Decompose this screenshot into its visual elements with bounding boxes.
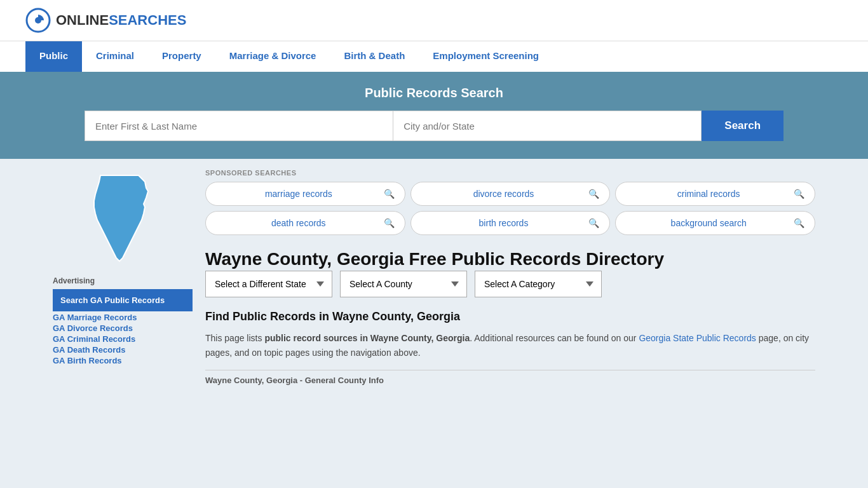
county-dropdown[interactable]: Select A County [340,271,467,297]
find-bold: public record sources in Wayne County, G… [264,333,470,343]
logo-text: ONLINESEARCHES [56,12,186,29]
name-input[interactable] [85,111,393,141]
logo-icon [25,8,51,33]
nav-item-public[interactable]: Public [25,41,82,72]
sponsored-item-background[interactable]: background search 🔍 [615,211,815,235]
search-form: Search [85,111,783,141]
sponsored-item-marriage[interactable]: marriage records 🔍 [205,182,405,206]
search-banner-title: Public Records Search [25,86,843,100]
sponsored-text-birth: birth records [421,218,587,228]
search-icon-criminal: 🔍 [794,189,804,199]
sponsored-text-criminal: criminal records [626,189,791,199]
main-wrapper: Advertising Search GA Public Records GA … [40,159,828,395]
main-nav: Public Criminal Property Marriage & Divo… [0,41,868,72]
sponsored-item-criminal[interactable]: criminal records 🔍 [615,182,815,206]
search-icon-background: 🔍 [794,218,804,228]
search-icon-birth: 🔍 [588,218,599,228]
nav-item-criminal[interactable]: Criminal [82,41,148,72]
search-banner: Public Records Search Search [0,72,868,159]
sponsored-text-background: background search [626,218,791,228]
sidebar-link-birth[interactable]: GA Birth Records [53,356,193,365]
logo-blue: SEARCHES [109,12,186,28]
svg-point-1 [35,17,41,24]
sidebar-link-criminal[interactable]: GA Criminal Records [53,334,193,344]
search-icon-death: 🔍 [384,218,395,228]
find-description: This page lists public record sources in… [205,331,815,360]
state-dropdown[interactable]: Select a Different State [205,271,332,297]
sponsored-text-divorce: divorce records [421,189,587,199]
search-button[interactable]: Search [702,111,783,141]
nav-item-property[interactable]: Property [148,41,215,72]
page-heading: Wayne County, Georgia Free Public Record… [205,248,815,271]
sidebar-link-death[interactable]: GA Death Records [53,345,193,355]
main-content: SPONSORED SEARCHES marriage records 🔍 di… [205,169,815,385]
search-icon-divorce: 🔍 [588,189,599,199]
category-dropdown[interactable]: Select A Category [475,271,602,297]
sponsored-item-birth[interactable]: birth records 🔍 [410,211,611,235]
sponsored-grid: marriage records 🔍 divorce records 🔍 cri… [205,182,815,235]
sponsored-item-death[interactable]: death records 🔍 [205,211,405,235]
sponsored-text-marriage: marriage records [216,189,381,199]
georgia-map-svg [81,169,164,264]
state-map [53,169,193,266]
find-heading: Find Public Records in Wayne County, Geo… [205,310,815,323]
georgia-state-link[interactable]: Georgia State Public Records [639,333,756,343]
nav-item-birth-death[interactable]: Birth & Death [330,41,419,72]
general-info-label: Wayne County, Georgia - General County I… [205,376,815,385]
sponsored-label: SPONSORED SEARCHES [205,169,815,177]
sidebar-links: GA Marriage Records GA Divorce Records G… [53,313,193,365]
nav-item-marriage-divorce[interactable]: Marriage & Divorce [215,41,330,72]
header: ONLINESEARCHES [0,0,868,41]
section-divider [205,370,815,370]
dropdowns-row: Select a Different State Select A County… [205,271,815,297]
ad-label: Advertising [53,276,193,285]
sidebar: Advertising Search GA Public Records GA … [53,169,193,385]
city-input[interactable] [393,111,702,141]
search-icon-marriage: 🔍 [384,189,395,199]
find-text-1: This page lists [205,333,264,343]
logo-plain: ONLINE [56,12,109,28]
sponsored-text-death: death records [216,218,381,228]
find-text-2: . Additional resources can be found on o… [470,333,639,343]
sidebar-link-marriage[interactable]: GA Marriage Records [53,313,193,322]
ad-box-active[interactable]: Search GA Public Records [53,289,193,311]
logo[interactable]: ONLINESEARCHES [25,8,186,33]
sidebar-link-divorce[interactable]: GA Divorce Records [53,323,193,333]
nav-item-employment[interactable]: Employment Screening [419,41,553,72]
sponsored-item-divorce[interactable]: divorce records 🔍 [410,182,611,206]
